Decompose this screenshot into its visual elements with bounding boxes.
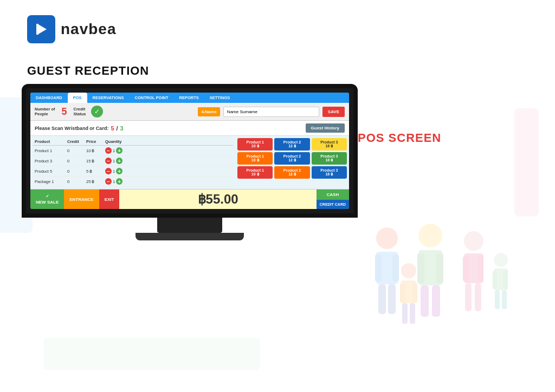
cash-button[interactable]: CASH — [317, 190, 349, 200]
product-table: Product Credit Price Quantity Product 1 … — [30, 136, 235, 189]
nav-pos[interactable]: POS — [68, 93, 87, 103]
product-tile-2-2[interactable]: Product 3 18 ฿ — [312, 166, 347, 179]
product-tile-1-0[interactable]: Product 1 10 ฿ — [237, 152, 273, 165]
product-price-1: 15 ฿ — [86, 159, 105, 164]
credit-status-label: CreditStatus — [74, 107, 86, 116]
qty-minus-2[interactable]: − — [105, 168, 112, 174]
col-quantity: Quantity — [105, 139, 135, 144]
qty-plus-2[interactable]: + — [116, 168, 122, 174]
qty-control-2: − 1 + — [105, 168, 135, 174]
svg-point-8 — [418, 224, 442, 247]
save-button[interactable]: SAVE — [322, 107, 345, 117]
svg-rect-23 — [477, 256, 483, 282]
svg-rect-12 — [421, 285, 429, 317]
new-sale-button[interactable]: ✓ NEW SALE — [30, 190, 64, 209]
svg-rect-10 — [417, 253, 424, 283]
name-input[interactable] — [223, 107, 319, 117]
product-name-0: Product 1 — [35, 148, 67, 153]
qty-plus-1[interactable]: + — [116, 158, 122, 164]
table-row: Product 5 0 5 ฿ − 1 + — [33, 166, 233, 177]
col-product: Product — [35, 139, 67, 144]
product-grid: Product 1 10 ฿ Product 2 12 ฿ Product 3 … — [235, 136, 349, 189]
svg-rect-18 — [402, 303, 408, 324]
qty-value-1: 1 — [113, 159, 115, 164]
total-display: ฿ 55.00 — [119, 190, 316, 209]
product-price-3: 25 ฿ — [86, 179, 105, 184]
qty-minus-1[interactable]: − — [105, 158, 112, 164]
svg-rect-30 — [495, 290, 500, 309]
product-tile-2-1[interactable]: Product 2 12 ฿ — [274, 166, 309, 179]
product-tile-0-2[interactable]: Product 3 18 ฿ — [312, 138, 347, 151]
qty-minus-0[interactable]: − — [105, 147, 112, 154]
product-credit-0: 0 — [67, 148, 86, 153]
svg-rect-4 — [375, 254, 382, 282]
product-grid-row-1: Product 1 10 ฿ Product 2 12 ฿ Product 3 … — [237, 152, 347, 165]
total-currency: ฿ — [198, 192, 206, 207]
credit-status-icon: ✓ — [91, 106, 103, 117]
nav-reports[interactable]: REPORTS — [173, 93, 204, 103]
table-row: Package 1 0 25 ฿ − 1 + — [33, 177, 233, 187]
product-name-3: Package 1 — [35, 179, 67, 184]
qty-minus-3[interactable]: − — [105, 178, 112, 185]
nav-control-point[interactable]: CONTROL POINT — [130, 93, 174, 103]
col-credit: Credit — [67, 139, 86, 144]
qty-control-0: − 1 + — [105, 147, 135, 154]
product-tile-2-0[interactable]: Product 1 10 ฿ — [237, 166, 273, 179]
svg-rect-11 — [436, 253, 443, 283]
scan-bar: Please Scan Wristband or Card: 5 / 3 Gue… — [30, 121, 349, 136]
scan-text: Please Scan Wristband or Card: — [35, 126, 108, 131]
exit-button[interactable]: EXIT — [99, 190, 120, 209]
top-controls: Number ofPeople 5 CreditStatus ✓ 4.Name … — [30, 103, 349, 121]
credit-card-button[interactable]: CREDIT CARD — [317, 200, 349, 209]
product-credit-1: 0 — [67, 159, 86, 164]
entrance-button[interactable]: ENTRANCE — [64, 190, 99, 209]
svg-rect-29 — [504, 271, 508, 289]
nav-settings[interactable]: SETTINGS — [204, 93, 236, 103]
credit-status-box: CreditStatus — [74, 107, 86, 116]
nav-dashboard[interactable]: DASHBOARD — [30, 93, 68, 103]
scan-current: 5 — [111, 125, 114, 132]
bg-shape-bottom — [43, 338, 260, 370]
qty-value-3: 1 — [113, 179, 115, 184]
table-row: Product 1 0 10 ฿ − 1 + — [33, 146, 233, 156]
svg-rect-19 — [410, 303, 415, 324]
bottom-bar: ✓ NEW SALE ENTRANCE EXIT ฿ 55.00 CASH CR… — [30, 189, 349, 209]
product-tile-1-1[interactable]: Product 2 12 ฿ — [274, 152, 309, 165]
exit-label: EXIT — [105, 197, 114, 202]
svg-point-2 — [376, 227, 398, 249]
product-tile-1-2[interactable]: Product 3 18 ฿ — [312, 152, 347, 165]
monitor-screen: DASHBOARD POS RESERVATIONS CONTROL POINT… — [22, 84, 358, 218]
svg-rect-16 — [400, 283, 405, 303]
svg-rect-5 — [392, 254, 399, 282]
svg-rect-25 — [475, 283, 481, 311]
qty-value-2: 1 — [113, 169, 115, 174]
screen-content: DASHBOARD POS RESERVATIONS CONTROL POINT… — [30, 93, 349, 209]
product-name-1: Product 3 — [35, 159, 67, 164]
nav-reservations[interactable]: RESERVATIONS — [87, 93, 130, 103]
qty-value-0: 1 — [113, 148, 115, 153]
table-row: Product 3 0 15 ฿ − 1 + — [33, 156, 233, 166]
new-sale-label: NEW SALE — [36, 200, 59, 205]
logo-icon — [27, 15, 55, 43]
product-tile-0-0[interactable]: Product 1 10 ฿ — [237, 138, 273, 151]
svg-rect-1 — [36, 24, 38, 35]
product-credit-2: 0 — [67, 169, 86, 174]
monitor: DASHBOARD POS RESERVATIONS CONTROL POINT… — [22, 84, 358, 240]
logo-text: navbea — [61, 21, 117, 38]
qty-plus-0[interactable]: + — [116, 147, 122, 154]
svg-point-14 — [401, 263, 416, 278]
qty-control-1: − 1 + — [105, 158, 135, 164]
qty-plus-3[interactable]: + — [116, 178, 122, 185]
scan-total: 3 — [120, 125, 124, 132]
svg-point-20 — [464, 231, 483, 251]
entrance-label: ENTRANCE — [69, 197, 93, 202]
product-tile-0-1[interactable]: Product 2 12 ฿ — [274, 138, 309, 151]
monitor-base — [135, 233, 244, 240]
guest-history-button[interactable]: Guest History — [306, 123, 345, 133]
product-price-0: 10 ฿ — [86, 148, 105, 153]
bg-shape-right — [514, 108, 539, 217]
svg-rect-28 — [493, 271, 497, 289]
new-sale-icon: ✓ — [46, 194, 49, 199]
svg-rect-7 — [388, 284, 396, 314]
monitor-stand — [157, 218, 222, 233]
